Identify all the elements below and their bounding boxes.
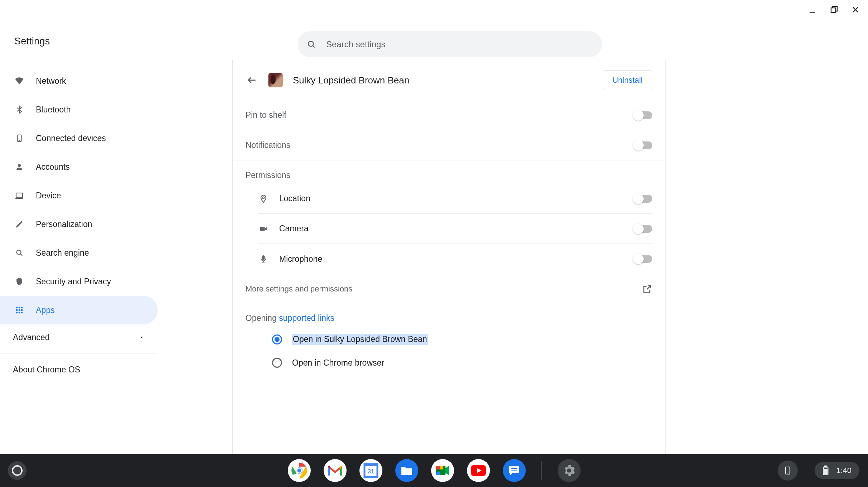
toggle-notifications[interactable] (634, 141, 652, 149)
opening-supported-links: Opening supported links (233, 304, 665, 327)
camera-icon (258, 225, 268, 233)
svg-line-10 (20, 254, 22, 256)
svg-text:31: 31 (368, 468, 374, 474)
window-minimize-button[interactable] (808, 5, 817, 14)
shelf-app-gmail[interactable] (324, 459, 347, 482)
uninstall-button[interactable]: Uninstall (603, 70, 652, 90)
launcher-button[interactable] (8, 461, 27, 480)
detail-header: Sulky Lopsided Brown Bean Uninstall (233, 60, 665, 100)
shelf-app-files[interactable] (395, 459, 418, 482)
svg-rect-46 (824, 469, 828, 474)
sidebar-item-security[interactable]: Security and Privacy (0, 267, 158, 296)
radio-button-checked-icon (272, 334, 282, 344)
svg-point-15 (19, 309, 20, 311)
shelf-app-messages[interactable] (503, 459, 526, 482)
search-icon (14, 249, 24, 257)
laptop-icon (14, 191, 24, 200)
svg-point-6 (18, 164, 21, 167)
row-label: Pin to shelf (245, 110, 286, 120)
bluetooth-icon (14, 105, 24, 114)
system-tray[interactable]: 1:40 (815, 462, 859, 479)
sidebar-item-network[interactable]: Network (0, 67, 158, 95)
page-title: Settings (14, 36, 50, 47)
sidebar-item-label: About Chrome OS (13, 365, 80, 375)
row-notifications[interactable]: Notifications (233, 130, 665, 160)
svg-point-2 (308, 41, 313, 46)
sidebar-item-label: Apps (36, 305, 54, 315)
svg-rect-7 (16, 193, 23, 197)
svg-rect-21 (260, 227, 265, 231)
shelf-app-settings[interactable] (558, 459, 581, 482)
shelf-app-meet[interactable] (431, 459, 454, 482)
svg-line-3 (313, 45, 315, 47)
sidebar-item-advanced[interactable]: Advanced (0, 324, 158, 350)
toggle-microphone[interactable] (634, 255, 652, 263)
sidebar-item-label: Network (36, 76, 66, 86)
shelf-app-youtube[interactable] (467, 459, 490, 482)
row-label: Notifications (245, 140, 290, 150)
window-close-button[interactable] (851, 5, 860, 14)
chevron-down-icon (138, 334, 145, 341)
shelf-app-chrome[interactable] (288, 459, 311, 482)
toggle-pin-to-shelf[interactable] (634, 111, 652, 119)
svg-point-12 (19, 307, 20, 309)
svg-point-28 (297, 468, 302, 473)
svg-point-18 (19, 312, 20, 314)
row-label: More settings and permissions (245, 284, 352, 294)
header: Settings (0, 0, 868, 60)
sidebar: Network Bluetooth Connected devices Acco… (0, 60, 158, 454)
divider (0, 353, 158, 353)
svg-rect-22 (262, 256, 264, 260)
svg-point-11 (16, 307, 18, 309)
svg-rect-36 (436, 466, 440, 469)
toggle-location[interactable] (634, 195, 652, 203)
radio-button-unchecked-icon (272, 358, 282, 368)
apps-grid-icon (14, 306, 24, 314)
sidebar-item-personalization[interactable]: Personalization (0, 210, 158, 238)
sidebar-item-label: Accounts (36, 162, 70, 172)
svg-rect-45 (825, 466, 827, 467)
supported-links-link[interactable]: supported links (279, 313, 334, 323)
sidebar-item-bluetooth[interactable]: Bluetooth (0, 95, 158, 124)
shelf: 31 1:40 (0, 454, 868, 487)
sidebar-item-accounts[interactable]: Accounts (0, 153, 158, 181)
toggle-camera[interactable] (634, 225, 652, 233)
sidebar-item-about[interactable]: About Chrome OS (0, 356, 158, 383)
sidebar-item-device[interactable]: Device (0, 181, 158, 210)
window-maximize-button[interactable] (829, 5, 839, 14)
sidebar-item-label: Bluetooth (36, 105, 71, 115)
app-title: Sulky Lopsided Brown Bean (293, 75, 409, 86)
sidebar-item-connected-devices[interactable]: Connected devices (0, 124, 158, 153)
svg-point-16 (21, 309, 23, 311)
battery-icon (822, 466, 829, 476)
opening-prefix: Opening (245, 313, 279, 323)
svg-rect-0 (810, 12, 815, 13)
search-input[interactable] (326, 39, 593, 49)
radio-open-in-chrome[interactable]: Open in Chrome browser (233, 351, 665, 374)
content-panel: Sulky Lopsided Brown Bean Uninstall Pin … (232, 60, 666, 454)
radio-open-in-app[interactable]: Open in Sulky Lopsided Brown Bean (233, 327, 665, 351)
shelf-apps: 31 (288, 459, 581, 482)
permissions-heading: Permissions (233, 160, 665, 184)
svg-rect-38 (440, 466, 443, 469)
shield-icon (14, 277, 24, 286)
sidebar-item-label: Connected devices (36, 134, 106, 143)
search-icon (307, 40, 316, 49)
back-button[interactable] (245, 74, 258, 87)
svg-point-9 (17, 250, 21, 255)
sidebar-item-label: Advanced (13, 333, 49, 342)
sidebar-item-search-engine[interactable]: Search engine (0, 238, 158, 267)
svg-point-17 (16, 312, 18, 314)
svg-point-13 (21, 307, 23, 309)
radio-label: Open in Sulky Lopsided Brown Bean (292, 334, 428, 345)
svg-rect-1 (831, 8, 836, 13)
tray-phone-hub[interactable] (778, 461, 798, 481)
sidebar-item-label: Search engine (36, 248, 89, 258)
sidebar-item-apps[interactable]: Apps (0, 296, 158, 324)
svg-point-19 (21, 312, 23, 314)
svg-point-14 (16, 309, 18, 311)
search-box[interactable] (297, 31, 602, 57)
radio-label: Open in Chrome browser (292, 358, 384, 368)
shelf-app-calendar[interactable]: 31 (359, 459, 382, 482)
row-more-settings[interactable]: More settings and permissions (233, 274, 665, 304)
